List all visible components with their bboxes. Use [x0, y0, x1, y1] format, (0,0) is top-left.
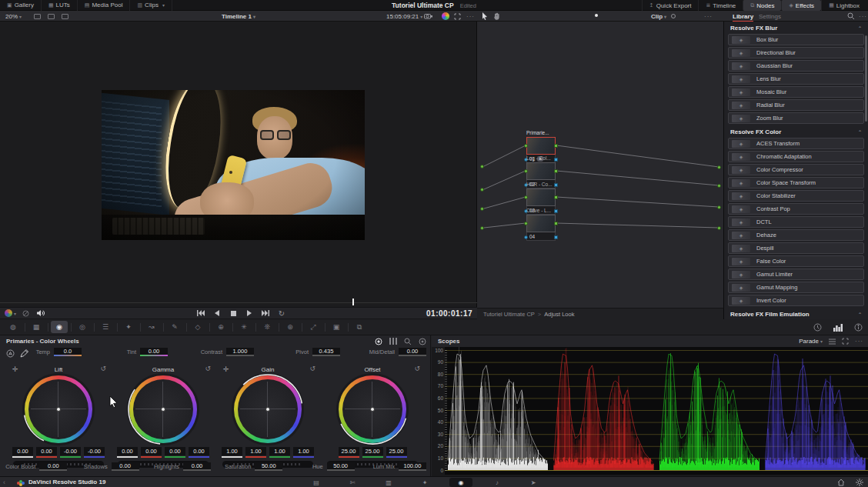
color-viewer-icon[interactable]	[442, 12, 449, 20]
node-input-port[interactable]	[524, 169, 528, 173]
source-port[interactable]	[480, 165, 484, 168]
settings-gear-icon[interactable]	[856, 479, 863, 486]
playhead[interactable]	[352, 299, 354, 305]
wheel-ring[interactable]	[339, 375, 406, 443]
stop-button[interactable]	[229, 309, 238, 317]
key-icon[interactable]: ⊛	[282, 321, 299, 333]
scope-mode-selector[interactable]: Parade▾	[799, 338, 823, 345]
library-effect-item[interactable]: ◈Box Blur	[728, 34, 864, 45]
expand-viewer-icon[interactable]	[454, 13, 461, 20]
wheel-value-input[interactable]: 25.00	[362, 447, 383, 458]
cursor-tool-icon[interactable]	[482, 12, 488, 20]
library-effect-item[interactable]: ◈Mosaic Blur	[728, 86, 864, 98]
sink-port[interactable]	[717, 226, 721, 230]
viewer-zoom-select[interactable]: 20%▾	[5, 13, 22, 20]
library-effect-item[interactable]: ◈Contrast Pop	[728, 203, 864, 215]
reset-wheel-icon[interactable]: ↺	[100, 365, 106, 372]
color-wheels-icon[interactable]: ◉	[51, 321, 68, 333]
grade-target-icon[interactable]	[671, 14, 676, 18]
field-value-input[interactable]: 0.00	[183, 462, 211, 471]
viewer-options-menu[interactable]: ···	[466, 13, 475, 20]
library-effect-item[interactable]: ◈Color Stabilizer	[728, 190, 864, 202]
breadcrumb-current[interactable]: Adjust Look	[544, 311, 574, 318]
node-output-port[interactable]	[554, 169, 558, 173]
go-to-end-button[interactable]	[261, 309, 270, 317]
field-value-input[interactable]: 50.00	[327, 462, 355, 471]
library-scrollbar[interactable]	[865, 35, 867, 122]
scopes-panel-icon[interactable]	[833, 323, 843, 332]
library-effect-item[interactable]: ◈False Color	[728, 255, 864, 267]
wheel-value-input[interactable]: -0.00	[84, 447, 105, 458]
library-effect-item[interactable]: ◈Color Compressor	[728, 164, 864, 175]
grade-wheel-icon[interactable]	[5, 309, 12, 317]
field-value-input[interactable]: 100.00	[399, 462, 426, 471]
wheel-value-input[interactable]: 1.00	[269, 447, 290, 458]
tab-effects[interactable]: ◈Effects	[781, 0, 821, 11]
node-output-port[interactable]	[554, 222, 558, 225]
library-effect-item[interactable]: ◈ACES Transform	[728, 138, 864, 149]
enhanced-viewer-icon[interactable]	[62, 14, 68, 19]
auto-balance-icon[interactable]	[6, 349, 15, 358]
field-value-input[interactable]: 0.00	[112, 462, 139, 471]
tab-gallery[interactable]: ▣Gallery	[0, 0, 42, 11]
single-viewer-icon[interactable]	[34, 14, 41, 19]
sink-port[interactable]	[717, 205, 721, 209]
play-button[interactable]	[245, 309, 254, 317]
node-input-port[interactable]	[524, 195, 528, 199]
wheel-value-input[interactable]: 1.00	[245, 447, 266, 458]
color-wheels-mode-icon[interactable]	[375, 338, 382, 345]
wheel-value-input[interactable]: 0.00	[12, 447, 33, 458]
wheel-value-input[interactable]: 0.00	[165, 447, 185, 458]
wheel-ring[interactable]	[25, 375, 92, 443]
library-effect-item[interactable]: ◈Lens Blur	[728, 73, 864, 85]
blur-icon[interactable]: ❊	[259, 321, 275, 333]
field-value-input[interactable]: 0.0	[54, 348, 82, 356]
library-effect-item[interactable]: ◈Directional Blur	[728, 47, 864, 58]
library-section-header[interactable]: Resolve FX Color⌃	[724, 125, 868, 138]
library-effect-item[interactable]: ◈Dehaze	[728, 229, 864, 241]
tracker-icon[interactable]: ⊕	[212, 321, 229, 333]
zoom-panel-icon[interactable]	[404, 338, 412, 345]
reset-wheel-icon[interactable]: ↺	[205, 365, 211, 372]
bypass-grades-icon[interactable]	[22, 310, 29, 317]
color-bars-mode-icon[interactable]	[389, 338, 397, 345]
power-window-icon[interactable]: ◇	[189, 321, 206, 333]
library-options-menu[interactable]: ···	[859, 13, 867, 20]
library-effect-item[interactable]: ◈Radial Blur	[728, 99, 864, 111]
loop-button[interactable]: ↻	[277, 309, 286, 317]
source-port[interactable]	[480, 188, 484, 192]
library-effect-item[interactable]: ◈Color Space Transform	[728, 177, 864, 188]
reset-wheel-icon[interactable]: ↺	[309, 365, 315, 372]
sink-port[interactable]	[717, 184, 721, 188]
clip-grade-selector[interactable]: Clip▾	[651, 13, 666, 20]
split-viewer-icon[interactable]	[48, 14, 55, 19]
field-value-input[interactable]: 0.00	[140, 348, 168, 356]
wheel-value-input[interactable]: 1.00	[222, 447, 242, 458]
tab-timeline[interactable]: ≣Timeline	[698, 0, 743, 11]
video-frame[interactable]	[102, 90, 365, 240]
page-edit-icon[interactable]: ▥	[377, 478, 400, 487]
node-input-port[interactable]	[524, 222, 528, 225]
field-value-input[interactable]: 0.00	[39, 462, 67, 471]
hdr-grade-icon[interactable]: ◎	[74, 321, 91, 333]
wheel-value-input[interactable]: 0.00	[141, 447, 162, 458]
library-effect-item[interactable]: ◈DCTL	[728, 216, 864, 228]
tab-nodes[interactable]: ⧉Nodes	[743, 0, 781, 11]
node-output-port[interactable]	[554, 195, 558, 199]
motion-effects-icon[interactable]: ✦	[120, 321, 137, 333]
node-key-output[interactable]	[554, 235, 558, 239]
wheel-value-input[interactable]: 0.00	[189, 447, 209, 458]
scope-settings-icon[interactable]	[829, 339, 836, 345]
tab-settings[interactable]: Settings	[759, 13, 781, 20]
search-icon[interactable]	[847, 12, 855, 20]
field-value-input[interactable]: 0.435	[312, 348, 340, 356]
page-deliver-icon[interactable]: ➤	[522, 478, 545, 487]
wheel-value-input[interactable]: 0.00	[36, 447, 57, 458]
tab-clips[interactable]: ▥Clips▾	[130, 0, 172, 11]
node-graph-pane[interactable]: Primarie...01aLog - Col...02HDR - Co...0…	[477, 22, 724, 308]
library-effect-item[interactable]: ◈Gaussian Blur	[728, 60, 864, 72]
field-value-input[interactable]: 50.00	[255, 462, 282, 471]
node-key-input[interactable]	[524, 235, 528, 239]
field-value-input[interactable]: 1.000	[226, 348, 254, 356]
library-effect-item[interactable]: ◈Despill	[728, 242, 864, 254]
